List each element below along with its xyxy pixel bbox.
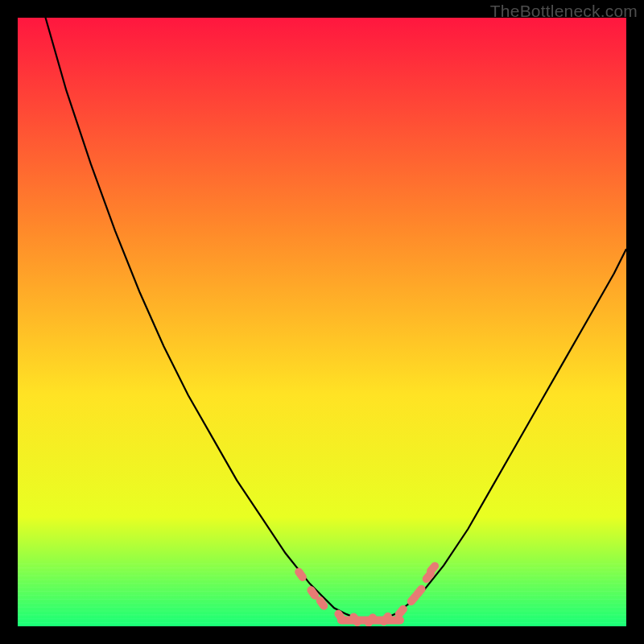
svg-rect-6 bbox=[18, 587, 626, 588]
svg-rect-4 bbox=[18, 580, 626, 580]
svg-rect-7 bbox=[18, 591, 626, 592]
svg-rect-1 bbox=[18, 568, 626, 568]
svg-rect-3 bbox=[18, 576, 626, 576]
svg-rect-5 bbox=[18, 583, 626, 584]
svg-rect-14 bbox=[18, 618, 626, 619]
svg-rect-13 bbox=[18, 614, 626, 615]
svg-rect-12 bbox=[18, 611, 626, 612]
svg-rect-2 bbox=[18, 572, 626, 572]
gradient-background bbox=[18, 18, 626, 626]
svg-rect-0 bbox=[18, 564, 626, 564]
watermark-text: TheBottleneck.com bbox=[490, 2, 638, 21]
outer-frame: TheBottleneck.com bbox=[0, 0, 644, 644]
plot-area bbox=[18, 18, 626, 626]
chart-svg bbox=[18, 18, 626, 626]
svg-rect-15 bbox=[18, 622, 626, 623]
